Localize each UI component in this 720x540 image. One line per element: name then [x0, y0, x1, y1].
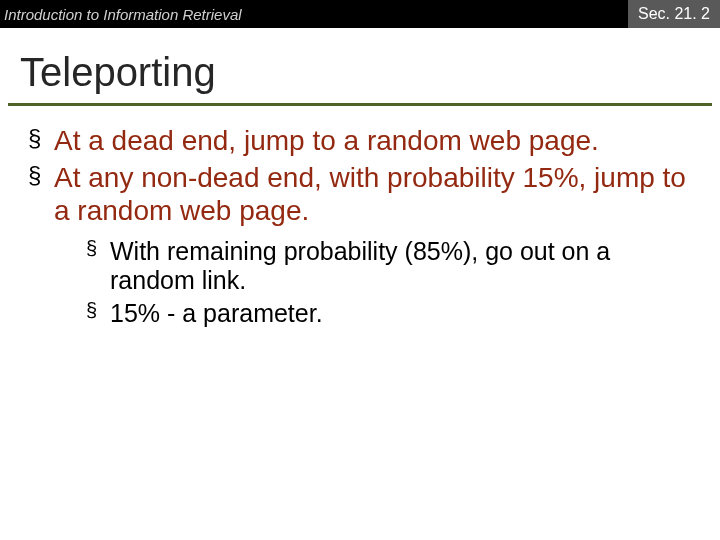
sub-bullets: § With remaining probability (85%), go o… [28, 231, 696, 328]
bullet-icon: § [28, 161, 54, 189]
sub-bullet-text: 15% - a parameter. [110, 299, 323, 328]
bullet-icon: § [86, 299, 110, 322]
course-title: Introduction to Information Retrieval [4, 6, 242, 23]
header-bar: Introduction to Information Retrieval Se… [0, 0, 720, 28]
content-area: § At a dead end, jump to a random web pa… [0, 106, 720, 328]
sub-bullet-item: § 15% - a parameter. [86, 299, 696, 328]
sub-bullet-item: § With remaining probability (85%), go o… [86, 237, 696, 295]
slide-title: Teleporting [0, 28, 720, 103]
bullet-item: § At any non-dead end, with probability … [28, 161, 696, 227]
bullet-item: § At a dead end, jump to a random web pa… [28, 124, 696, 157]
bullet-icon: § [28, 124, 54, 152]
bullet-icon: § [86, 237, 110, 260]
section-label: Sec. 21. 2 [628, 0, 720, 28]
bullet-text: At a dead end, jump to a random web page… [54, 124, 599, 157]
sub-bullet-text: With remaining probability (85%), go out… [110, 237, 696, 295]
bullet-text: At any non-dead end, with probability 15… [54, 161, 696, 227]
